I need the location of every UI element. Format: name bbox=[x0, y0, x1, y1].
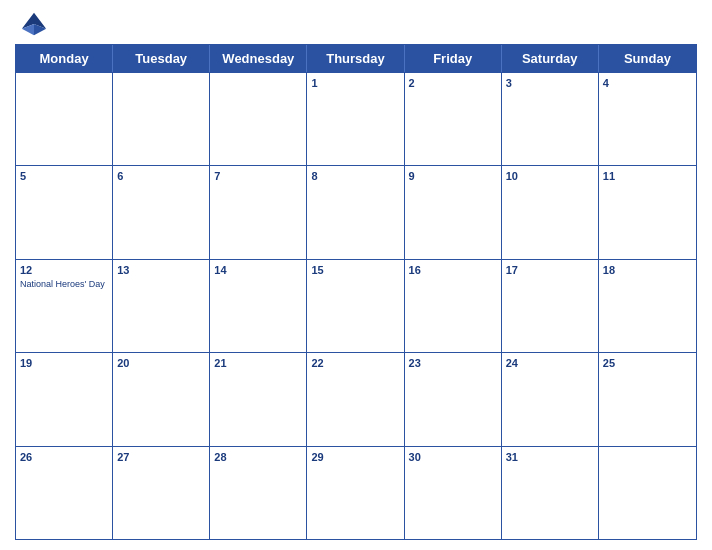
day-number: 24 bbox=[506, 356, 594, 370]
day-number: 30 bbox=[409, 450, 497, 464]
day-header-thursday: Thursday bbox=[307, 45, 404, 72]
day-cell: 7 bbox=[210, 166, 307, 258]
weeks-container: 123456789101112National Heroes' Day13141… bbox=[16, 72, 696, 539]
day-cell: 14 bbox=[210, 260, 307, 352]
day-number: 8 bbox=[311, 169, 399, 183]
calendar-grid: MondayTuesdayWednesdayThursdayFridaySatu… bbox=[15, 44, 697, 540]
day-cell: 22 bbox=[307, 353, 404, 445]
day-number: 7 bbox=[214, 169, 302, 183]
day-header-tuesday: Tuesday bbox=[113, 45, 210, 72]
day-number: 15 bbox=[311, 263, 399, 277]
week-row-2: 567891011 bbox=[16, 165, 696, 258]
calendar-container: MondayTuesdayWednesdayThursdayFridaySatu… bbox=[0, 0, 712, 550]
day-cell: 27 bbox=[113, 447, 210, 539]
day-number: 22 bbox=[311, 356, 399, 370]
day-number: 21 bbox=[214, 356, 302, 370]
day-number: 25 bbox=[603, 356, 692, 370]
day-number: 2 bbox=[409, 76, 497, 90]
day-cell: 17 bbox=[502, 260, 599, 352]
day-number: 20 bbox=[117, 356, 205, 370]
calendar-header bbox=[15, 10, 697, 38]
day-header-wednesday: Wednesday bbox=[210, 45, 307, 72]
day-number: 17 bbox=[506, 263, 594, 277]
day-cell: 28 bbox=[210, 447, 307, 539]
day-cell: 23 bbox=[405, 353, 502, 445]
day-number: 12 bbox=[20, 263, 108, 277]
day-number: 26 bbox=[20, 450, 108, 464]
day-cell: 30 bbox=[405, 447, 502, 539]
day-number: 3 bbox=[506, 76, 594, 90]
day-number: 31 bbox=[506, 450, 594, 464]
day-cell: 1 bbox=[307, 73, 404, 165]
day-header-friday: Friday bbox=[405, 45, 502, 72]
day-number: 29 bbox=[311, 450, 399, 464]
week-row-4: 19202122232425 bbox=[16, 352, 696, 445]
day-number: 27 bbox=[117, 450, 205, 464]
day-headers-row: MondayTuesdayWednesdayThursdayFridaySatu… bbox=[16, 45, 696, 72]
day-cell bbox=[113, 73, 210, 165]
day-cell: 9 bbox=[405, 166, 502, 258]
day-number: 1 bbox=[311, 76, 399, 90]
day-cell: 26 bbox=[16, 447, 113, 539]
day-cell: 13 bbox=[113, 260, 210, 352]
day-cell: 10 bbox=[502, 166, 599, 258]
day-number: 6 bbox=[117, 169, 205, 183]
day-cell: 20 bbox=[113, 353, 210, 445]
day-number: 14 bbox=[214, 263, 302, 277]
day-number: 5 bbox=[20, 169, 108, 183]
day-cell: 25 bbox=[599, 353, 696, 445]
day-cell: 24 bbox=[502, 353, 599, 445]
day-number: 16 bbox=[409, 263, 497, 277]
week-row-3: 12National Heroes' Day131415161718 bbox=[16, 259, 696, 352]
day-number: 28 bbox=[214, 450, 302, 464]
day-cell bbox=[16, 73, 113, 165]
day-cell bbox=[599, 447, 696, 539]
day-cell: 12National Heroes' Day bbox=[16, 260, 113, 352]
day-cell: 11 bbox=[599, 166, 696, 258]
day-cell: 21 bbox=[210, 353, 307, 445]
day-cell: 31 bbox=[502, 447, 599, 539]
day-cell: 4 bbox=[599, 73, 696, 165]
week-row-1: 1234 bbox=[16, 72, 696, 165]
week-row-5: 262728293031 bbox=[16, 446, 696, 539]
day-cell: 2 bbox=[405, 73, 502, 165]
day-header-sunday: Sunday bbox=[599, 45, 696, 72]
day-cell: 15 bbox=[307, 260, 404, 352]
day-cell: 19 bbox=[16, 353, 113, 445]
day-number: 13 bbox=[117, 263, 205, 277]
day-cell: 8 bbox=[307, 166, 404, 258]
day-number: 11 bbox=[603, 169, 692, 183]
day-cell: 18 bbox=[599, 260, 696, 352]
day-cell: 5 bbox=[16, 166, 113, 258]
day-cell bbox=[210, 73, 307, 165]
day-number: 10 bbox=[506, 169, 594, 183]
day-header-saturday: Saturday bbox=[502, 45, 599, 72]
day-cell: 3 bbox=[502, 73, 599, 165]
day-cell: 29 bbox=[307, 447, 404, 539]
day-number: 9 bbox=[409, 169, 497, 183]
day-cell: 6 bbox=[113, 166, 210, 258]
day-cell: 16 bbox=[405, 260, 502, 352]
day-header-monday: Monday bbox=[16, 45, 113, 72]
day-number: 19 bbox=[20, 356, 108, 370]
day-number: 18 bbox=[603, 263, 692, 277]
holiday-label: National Heroes' Day bbox=[20, 279, 108, 290]
day-number: 23 bbox=[409, 356, 497, 370]
day-number: 4 bbox=[603, 76, 692, 90]
logo-icon bbox=[20, 10, 48, 38]
logo-area bbox=[20, 10, 52, 38]
